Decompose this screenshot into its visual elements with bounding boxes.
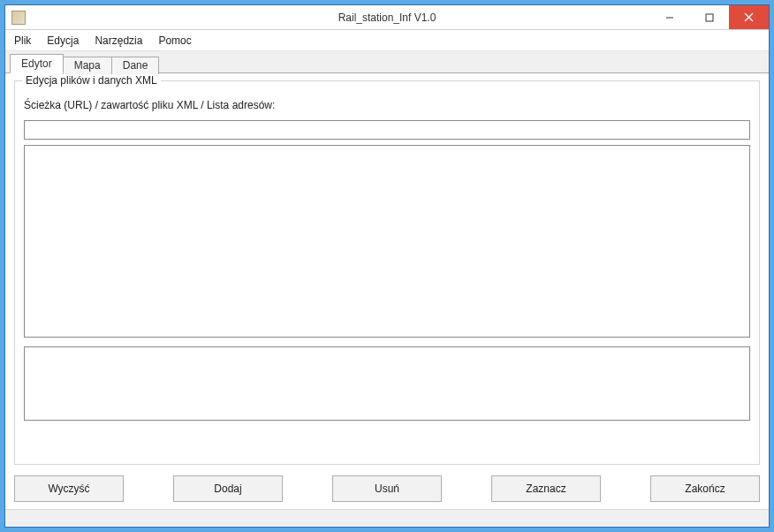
secondary-textarea[interactable]	[24, 346, 750, 421]
tab-mapa[interactable]: Mapa	[63, 57, 112, 74]
usun-button[interactable]: Usuń	[332, 475, 442, 502]
buttons-row: Wyczyść Dodaj Usuń Zaznacz Zakończ	[14, 475, 760, 502]
menu-plik[interactable]: Plik	[14, 34, 31, 47]
zaznacz-button[interactable]: Zaznacz	[491, 475, 601, 502]
tab-dane[interactable]: Dane	[111, 57, 160, 74]
close-button[interactable]	[729, 5, 769, 29]
svg-rect-1	[706, 14, 713, 21]
menubar: Plik Edycja Narzędzia Pomoc	[5, 30, 769, 51]
dodaj-button[interactable]: Dodaj	[173, 475, 283, 502]
tab-content: Edycja plików i danych XML Ścieżka (URL)…	[5, 73, 769, 509]
url-input[interactable]	[24, 120, 750, 140]
menu-narzedzia[interactable]: Narzędzia	[95, 34, 142, 47]
tab-edytor[interactable]: Edytor	[10, 54, 64, 73]
menu-pomoc[interactable]: Pomoc	[158, 34, 191, 47]
main-textarea[interactable]	[24, 145, 750, 338]
groupbox-xml-edit: Edycja plików i danych XML Ścieżka (URL)…	[14, 80, 760, 465]
maximize-button[interactable]	[689, 5, 729, 29]
groupbox-title: Edycja plików i danych XML	[22, 74, 161, 87]
minimize-button[interactable]	[649, 5, 689, 29]
path-label: Ścieżka (URL) / zawartość pliku XML / Li…	[24, 99, 750, 111]
wyczysc-button[interactable]: Wyczyść	[14, 475, 124, 502]
tabs-bar: Edytor Mapa Dane	[5, 51, 769, 73]
window-buttons	[649, 5, 769, 29]
zakoncz-button[interactable]: Zakończ	[650, 475, 760, 502]
app-icon	[11, 11, 26, 25]
menu-edycja[interactable]: Edycja	[47, 34, 79, 47]
statusbar	[5, 509, 769, 527]
app-window: Rail_station_Inf V1.0 Plik Edycja Narzęd…	[4, 4, 770, 528]
titlebar: Rail_station_Inf V1.0	[5, 5, 769, 30]
